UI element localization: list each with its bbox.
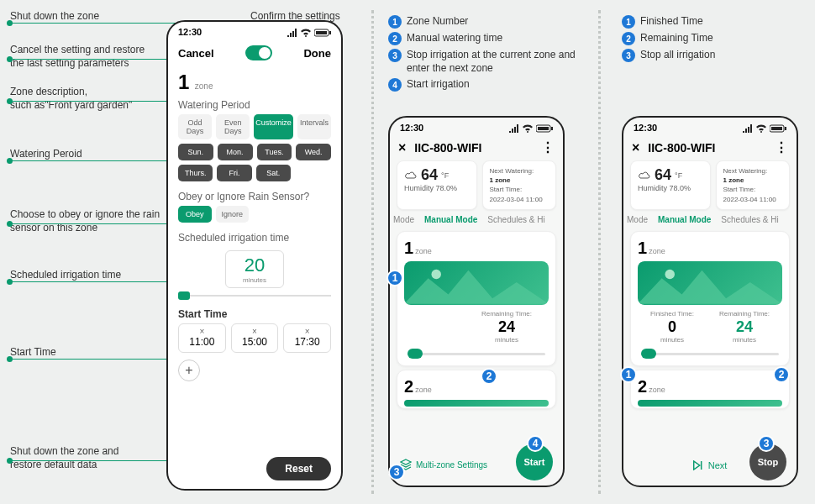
time-box-2[interactable]: ×15:00 xyxy=(231,323,279,353)
titlebar: × IIC-800-WIFI ⋮ xyxy=(390,134,563,160)
minutes-box[interactable]: 20 minutes xyxy=(225,250,284,288)
badge-2: 2 xyxy=(773,366,790,383)
temp-unit: °F xyxy=(675,171,682,180)
day-tue[interactable]: Tues. xyxy=(257,144,292,160)
next-button[interactable]: Next xyxy=(693,460,728,470)
reset-button[interactable]: Reset xyxy=(266,457,331,480)
badge-icon: 1 xyxy=(622,15,635,29)
zone-label: zone xyxy=(415,386,432,394)
time-row: ×11:00 ×15:00 ×17:30 xyxy=(168,323,341,353)
time-box-1[interactable]: ×11:00 xyxy=(178,323,226,353)
leader-line xyxy=(10,281,178,282)
finished-label: Finished Time: xyxy=(650,310,694,318)
svg-rect-12 xyxy=(785,127,786,130)
svg-rect-2 xyxy=(329,31,331,34)
period-customize[interactable]: Customize xyxy=(254,114,293,139)
tab-schedules[interactable]: Schedules & Hi xyxy=(487,215,544,224)
badge-1: 1 xyxy=(620,366,637,383)
start-time-title: Start Time xyxy=(168,303,341,323)
info-cards: 64 °F Humidity 78.0% Next Watering: 1 zo… xyxy=(623,160,797,215)
cloud-icon xyxy=(404,171,418,181)
day-sat[interactable]: Sat. xyxy=(256,165,291,181)
badge-3: 3 xyxy=(388,464,405,480)
leader-line xyxy=(10,101,178,102)
status-icons xyxy=(743,123,786,133)
close-icon[interactable]: × xyxy=(232,327,278,336)
badge-icon: 4 xyxy=(388,78,402,92)
minutes-value: 20 xyxy=(226,255,283,276)
minutes-label: minutes xyxy=(226,276,283,284)
zone-image xyxy=(404,400,549,407)
done-button[interactable]: Done xyxy=(303,47,331,60)
zone-label: zone xyxy=(195,81,213,91)
day-mon[interactable]: Mon. xyxy=(218,144,253,160)
rain-ignore[interactable]: Ignore xyxy=(216,206,250,223)
annotation: Scheduled irrigation time xyxy=(10,269,121,282)
badge-icon: 1 xyxy=(388,15,402,29)
menu-icon[interactable]: ⋮ xyxy=(775,139,788,155)
day-sun[interactable]: Sun. xyxy=(178,144,213,160)
badge-4: 4 xyxy=(527,435,544,452)
day-fri[interactable]: Fri. xyxy=(217,165,251,181)
annotation: Shut down the zone and restore default d… xyxy=(10,445,153,471)
tab-manual[interactable]: Manual Mode xyxy=(424,215,477,224)
phone-manual-stop: 12:30 × IIC-800-WIFI ⋮ 64 °F Humidity 78… xyxy=(622,116,798,487)
rain-obey[interactable]: Obey xyxy=(178,206,212,223)
annotation: Cancel the setting and restore the last … xyxy=(10,44,153,70)
close-icon[interactable]: × xyxy=(179,327,225,336)
finished-value: 0 xyxy=(650,318,694,336)
days-row2: Thurs. Fri. Sat. xyxy=(168,165,341,186)
period-options: Odd Days Even Days Customize Intervals xyxy=(168,114,341,144)
menu-icon[interactable]: ⋮ xyxy=(541,139,555,155)
close-icon[interactable]: × xyxy=(632,140,639,155)
minutes-label: minutes xyxy=(719,336,770,344)
zone-card-2[interactable]: 2zone xyxy=(397,370,556,409)
period-odd[interactable]: Odd Days xyxy=(178,114,212,139)
zone-card-2[interactable]: 2zone xyxy=(630,370,790,409)
day-thu[interactable]: Thurs. xyxy=(178,165,213,181)
tab-mode[interactable]: Mode xyxy=(393,215,414,224)
svg-rect-1 xyxy=(316,31,327,34)
zone-number: 2 xyxy=(638,377,647,396)
minutes-label: minutes xyxy=(650,336,694,344)
add-time-button[interactable]: + xyxy=(178,360,200,381)
zone-header: 1 zone xyxy=(168,67,341,94)
svg-rect-5 xyxy=(551,127,553,130)
clock: 12:30 xyxy=(178,27,202,37)
time-box-3[interactable]: ×17:30 xyxy=(283,323,331,353)
time-slider[interactable] xyxy=(408,349,545,359)
clock: 12:30 xyxy=(634,123,657,133)
topbar: Cancel Done xyxy=(168,39,341,67)
close-icon[interactable]: × xyxy=(284,327,330,336)
rain-sensor-title: Obey or Ignore Rain Sensor? xyxy=(168,186,341,206)
tab-manual[interactable]: Manual Mode xyxy=(658,215,711,224)
temperature: 64 xyxy=(421,166,438,184)
status-bar: 12:30 xyxy=(168,22,341,39)
cancel-button[interactable]: Cancel xyxy=(178,47,214,60)
zone-card-1[interactable]: 1zone Remaining Time: 24 minutes xyxy=(397,231,556,366)
annotation: Start Time xyxy=(10,346,56,360)
time-slider[interactable] xyxy=(641,349,779,359)
zone-card-1[interactable]: 1zone Finished Time: 0 minutes Remaining… xyxy=(630,231,790,366)
temperature: 64 xyxy=(655,166,671,184)
leader-line xyxy=(10,59,178,60)
tab-schedules[interactable]: Schedules & Hi xyxy=(721,215,778,224)
zone-toggle[interactable] xyxy=(245,45,272,60)
status-bar: 12:30 xyxy=(390,118,563,134)
next-icon xyxy=(693,460,705,470)
zone-image xyxy=(638,261,782,305)
leader-line xyxy=(10,223,178,224)
zone-number: 2 xyxy=(404,377,413,396)
day-wed[interactable]: Wed. xyxy=(296,144,331,160)
close-icon[interactable]: × xyxy=(398,140,406,155)
period-intervals[interactable]: Intervals xyxy=(297,114,331,139)
remaining-label: Remaining Time: xyxy=(719,310,770,318)
temp-unit: °F xyxy=(441,171,449,180)
minutes-slider[interactable] xyxy=(178,291,331,300)
period-even[interactable]: Even Days xyxy=(216,114,250,139)
multizone-button[interactable]: Multi-zone Settings xyxy=(400,459,487,470)
legend-right: 1Finished Time 2Remaining Time 3Stop all… xyxy=(622,15,807,66)
badge-2: 2 xyxy=(481,368,497,385)
tabs: Mode Manual Mode Schedules & Hi xyxy=(390,215,563,228)
tab-mode[interactable]: Mode xyxy=(627,215,648,224)
